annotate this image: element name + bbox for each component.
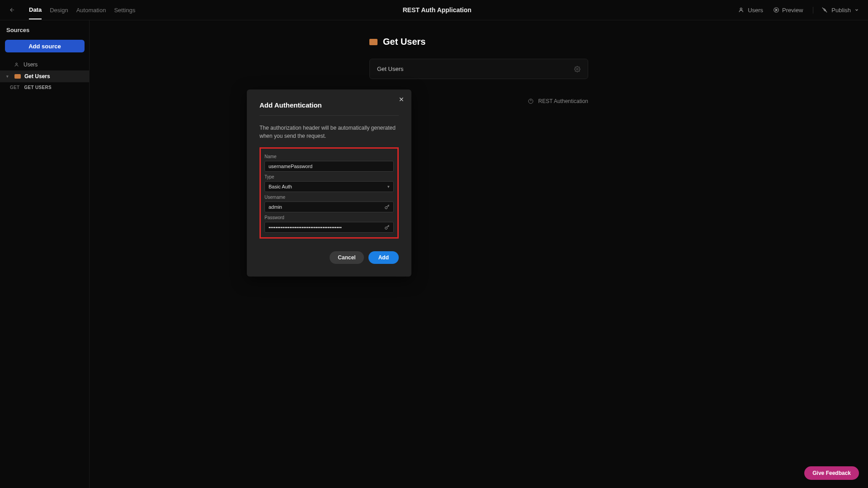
main-content: Get Users Get Users REST Authentication — [90, 20, 868, 488]
tab-design[interactable]: Design — [50, 1, 68, 19]
give-feedback-button[interactable]: Give Feedback — [804, 466, 859, 480]
password-label: Password — [264, 215, 394, 220]
page-head: Get Users — [369, 37, 588, 47]
preview-link[interactable]: Preview — [773, 7, 803, 14]
users-link[interactable]: Users — [739, 7, 763, 14]
divider — [259, 115, 399, 116]
play-icon — [773, 7, 779, 13]
key-icon[interactable] — [384, 204, 390, 210]
page-title: Get Users — [383, 37, 426, 47]
sidebar-title: Sources — [0, 27, 89, 40]
endpoint-name: GET USERS — [24, 85, 52, 90]
cancel-button[interactable]: Cancel — [330, 251, 363, 264]
source-card[interactable]: Get Users — [369, 59, 588, 79]
topbar: Data Design Automation Settings REST Aut… — [0, 0, 868, 20]
add-source-button[interactable]: Add source — [5, 40, 85, 52]
tab-data[interactable]: Data — [29, 1, 42, 19]
svg-point-3 — [576, 68, 578, 70]
modal-actions: Cancel Add — [259, 251, 399, 264]
svg-point-0 — [740, 8, 742, 10]
svg-point-2 — [16, 63, 18, 65]
users-label: Users — [748, 7, 763, 14]
preview-label: Preview — [782, 7, 803, 14]
chevron-down-icon: ▾ — [387, 184, 390, 189]
sidebar-item-get-users[interactable]: ▾ Get Users — [0, 70, 89, 82]
username-input[interactable] — [264, 202, 394, 212]
name-label: Name — [264, 154, 394, 159]
username-label: Username — [264, 195, 394, 200]
highlighted-form-region: Name Type Basic Auth ▾ Username Password — [259, 147, 399, 239]
password-field[interactable] — [269, 225, 384, 230]
rest-source-icon — [14, 74, 21, 79]
chevron-icon — [6, 62, 11, 67]
users-icon — [739, 7, 745, 13]
tab-settings[interactable]: Settings — [114, 1, 135, 19]
card-title: Get Users — [377, 66, 404, 72]
layout: Sources Add source Users ▾ Get Users GET… — [0, 20, 868, 488]
app-title: REST Auth Application — [135, 6, 739, 14]
sidebar-item-users[interactable]: Users — [0, 59, 89, 70]
help-icon[interactable] — [528, 99, 533, 104]
rest-auth-label: REST Authentication — [538, 98, 588, 104]
gear-icon[interactable] — [574, 66, 580, 72]
back-arrow-icon[interactable] — [9, 7, 15, 13]
name-field[interactable] — [269, 164, 390, 169]
sidebar-endpoint[interactable]: GET GET USERS — [0, 82, 89, 93]
rest-source-icon — [369, 39, 377, 45]
password-input[interactable] — [264, 222, 394, 233]
sidebar-item-label: Get Users — [24, 73, 50, 80]
add-button[interactable]: Add — [368, 251, 399, 264]
type-label: Type — [264, 174, 394, 179]
sidebar-item-label: Users — [24, 61, 38, 68]
close-icon[interactable]: ✕ — [399, 96, 404, 103]
modal-description: The authorization header will be automat… — [259, 124, 399, 140]
name-input[interactable] — [264, 161, 394, 172]
modal-title: Add Authentication — [259, 101, 399, 109]
publish-label: Publish — [831, 7, 851, 14]
publish-icon — [821, 7, 828, 13]
type-value: Basic Auth — [269, 184, 292, 189]
topbar-left: Data Design Automation Settings — [9, 1, 135, 19]
chevron-down-icon — [854, 8, 859, 12]
table-icon — [14, 62, 20, 67]
sidebar: Sources Add source Users ▾ Get Users GET… — [0, 20, 90, 488]
publish-button[interactable]: Publish — [813, 7, 859, 14]
key-icon[interactable] — [384, 225, 390, 230]
type-select[interactable]: Basic Auth ▾ — [264, 181, 394, 192]
username-field[interactable] — [269, 204, 384, 210]
add-authentication-modal: ✕ Add Authentication The authorization h… — [247, 89, 411, 277]
tab-automation[interactable]: Automation — [76, 1, 106, 19]
chevron-down-icon: ▾ — [6, 74, 11, 79]
topbar-right: Users Preview Publish — [739, 7, 859, 14]
http-method-label: GET — [10, 85, 19, 90]
